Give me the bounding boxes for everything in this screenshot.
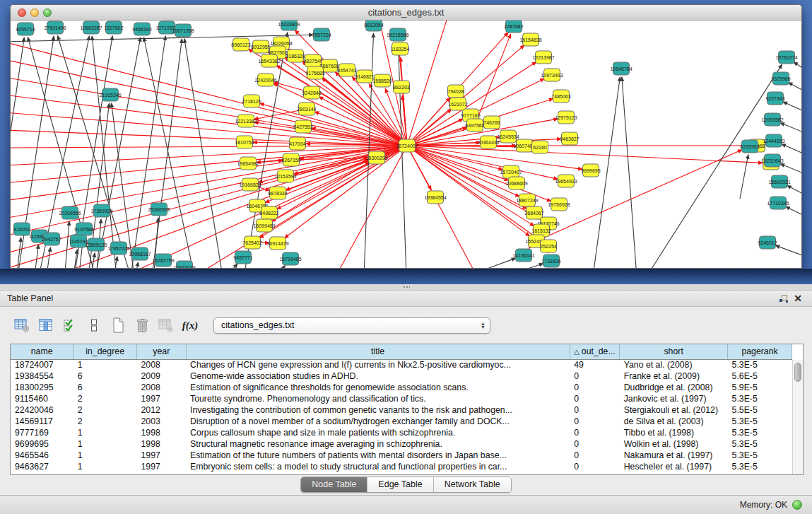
table-cell[interactable]: 5.3E-5 bbox=[728, 393, 792, 404]
graph-node[interactable]: 16914479 bbox=[266, 237, 288, 250]
graph-node[interactable]: 27691406 bbox=[44, 21, 66, 34]
graph-node[interactable]: 9175685 bbox=[305, 66, 324, 79]
table-cell[interactable]: Jankovic et al. (1997) bbox=[620, 393, 728, 404]
table-cell[interactable]: Yano et al. (2008) bbox=[620, 359, 728, 370]
table-cell[interactable]: 22420046 bbox=[11, 404, 73, 416]
table-cell[interactable]: Nakamura et al. (1997) bbox=[620, 450, 728, 461]
table-row[interactable]: 946554611997Estimation of the future num… bbox=[11, 450, 792, 461]
graph-node[interactable]: 15720407 bbox=[500, 165, 522, 178]
table-cell[interactable]: 2003 bbox=[137, 416, 186, 427]
graph-node[interactable]: 19166825 bbox=[239, 178, 261, 191]
graph-node[interactable]: 8813054 bbox=[364, 21, 383, 31]
tab-node-table[interactable]: Node Table bbox=[301, 477, 367, 492]
graph-node[interactable]: 10688609 bbox=[505, 177, 527, 189]
graph-node[interactable]: 7857224 bbox=[312, 28, 331, 41]
table-row[interactable]: 1456911722003Disruption of a novel membe… bbox=[11, 416, 792, 427]
graph-node[interactable]: 22420046 bbox=[254, 74, 276, 86]
graph-node[interactable]: 13505135 bbox=[85, 238, 107, 251]
table-cell[interactable]: 1998 bbox=[137, 438, 186, 450]
graph-node[interactable]: 10958167 bbox=[129, 247, 151, 260]
table-cell[interactable]: 2 bbox=[73, 416, 137, 427]
table-cell[interactable]: 6 bbox=[73, 370, 137, 382]
column-header-title[interactable]: title bbox=[186, 344, 570, 359]
graph-node[interactable]: 16671358 bbox=[172, 24, 194, 37]
table-row[interactable]: 969969511998Structural magnetic resonanc… bbox=[11, 438, 792, 450]
table-cell[interactable]: Estimation of the future numbers of pati… bbox=[186, 450, 570, 461]
graph-node[interactable]: 1733426 bbox=[541, 255, 560, 267]
graph-node[interactable]: 1183254 bbox=[391, 42, 410, 55]
table-row[interactable]: 911546021997Tourette syndrome. Phenomeno… bbox=[11, 393, 792, 404]
graph-node[interactable]: 12444153 bbox=[763, 134, 784, 147]
table-cell[interactable]: 5.5E-5 bbox=[728, 404, 792, 416]
import-table-button[interactable] bbox=[157, 317, 175, 334]
new-table-button[interactable] bbox=[109, 317, 127, 334]
row-height-button[interactable] bbox=[85, 317, 103, 334]
graph-node[interactable]: 16210643 bbox=[761, 154, 783, 167]
table-cell[interactable]: 0 bbox=[570, 393, 620, 404]
table-cell[interactable]: 1997 bbox=[137, 393, 186, 404]
graph-node[interactable]: 8186328 bbox=[286, 49, 305, 62]
table-cell[interactable]: 5.3E-5 bbox=[728, 438, 792, 450]
table-cell[interactable]: 1 bbox=[73, 427, 137, 438]
table-cell[interactable]: 9777169 bbox=[11, 427, 73, 438]
graph-node[interactable]: 417004 bbox=[289, 137, 305, 150]
graph-node[interactable]: 17710345 bbox=[767, 197, 789, 209]
table-cell[interactable]: 19384554 bbox=[11, 370, 73, 382]
graph-node[interactable]: 9146821 bbox=[355, 70, 374, 83]
table-cell[interactable]: Wolkin et al. (1998) bbox=[620, 438, 728, 450]
graph-node[interactable]: 17359924 bbox=[90, 204, 112, 217]
graph-node[interactable]: 16782759 bbox=[152, 254, 174, 267]
graph-node[interactable]: 8215953 bbox=[740, 140, 759, 153]
table-cell[interactable]: 1 bbox=[73, 359, 137, 370]
graph-node[interactable]: 9227343 bbox=[765, 92, 784, 105]
table-cell[interactable]: 5.6E-5 bbox=[728, 370, 792, 382]
column-header-year[interactable]: year bbox=[137, 344, 186, 359]
table-cell[interactable]: 1997 bbox=[137, 461, 186, 472]
table-cell[interactable]: 2 bbox=[73, 393, 137, 404]
table-cell[interactable]: Tibbo et al. (1998) bbox=[620, 427, 728, 438]
graph-node[interactable]: 9245012 bbox=[758, 236, 777, 249]
graph-node[interactable]: 18300295 bbox=[365, 151, 387, 164]
tab-edge-table[interactable]: Edge Table bbox=[367, 477, 433, 492]
table-cell[interactable]: 9699695 bbox=[11, 438, 73, 450]
table-cell[interactable]: 2008 bbox=[137, 359, 186, 370]
graph-node[interactable]: 10653287 bbox=[80, 21, 102, 34]
graph-node[interactable]: 18807249 bbox=[516, 194, 538, 206]
graph-node[interactable]: 19384554 bbox=[424, 191, 446, 204]
function-builder-button[interactable]: f(x) bbox=[181, 317, 199, 334]
graph-node[interactable]: 2718120 bbox=[242, 95, 261, 107]
table-cell[interactable]: 0 bbox=[570, 404, 620, 416]
table-cell[interactable]: 6 bbox=[73, 382, 137, 393]
graph-node[interactable]: 19654923 bbox=[555, 175, 577, 187]
graph-node[interactable]: 1810754 bbox=[235, 136, 254, 148]
table-cell[interactable]: 1 bbox=[73, 438, 137, 450]
table-cell[interactable]: 0 bbox=[570, 461, 620, 472]
table-cell[interactable]: 0 bbox=[570, 382, 620, 393]
graph-node[interactable]: 9055714 bbox=[16, 23, 35, 35]
column-header-in_degree[interactable]: in_degree bbox=[73, 344, 137, 359]
table-cell[interactable]: 1 bbox=[73, 461, 137, 472]
table-cell[interactable]: 9115460 bbox=[11, 393, 73, 404]
graph-node[interactable]: 12213987 bbox=[532, 51, 554, 64]
graph-node[interactable]: 8878334 bbox=[268, 187, 287, 199]
graph-node[interactable]: 2942757 bbox=[42, 233, 61, 245]
table-cell[interactable]: 0 bbox=[570, 450, 620, 461]
table-row[interactable]: 946362711997Embryonic stem cells: a mode… bbox=[11, 461, 792, 472]
graph-node[interactable]: 17957225 bbox=[107, 242, 129, 255]
table-cell[interactable]: 5.9E-5 bbox=[728, 382, 792, 393]
table-cell[interactable]: 49 bbox=[570, 359, 620, 370]
graph-node[interactable]: 2087682 bbox=[504, 21, 523, 33]
table-cell[interactable]: Hescheler et al. (1997) bbox=[620, 461, 728, 472]
window-titlebar[interactable]: citations_edges.txt bbox=[11, 5, 801, 21]
graph-node[interactable]: 8454743 bbox=[337, 64, 356, 76]
table-row[interactable]: 1872400712008Changes of HCN gene express… bbox=[11, 359, 792, 370]
table-cell[interactable]: Dudbridge et al. (2008) bbox=[620, 382, 728, 393]
table-cell[interactable]: Tourette syndrome. Phenomenology and cla… bbox=[186, 393, 570, 404]
table-cell[interactable]: 18724007 bbox=[11, 359, 73, 370]
graph-node[interactable]: 16099489 bbox=[253, 219, 275, 232]
table-selector-dropdown[interactable]: citations_edges.txt ▲▼ bbox=[213, 317, 490, 334]
graph-node[interactable]: 20206556 bbox=[59, 206, 81, 219]
table-cell[interactable]: 0 bbox=[570, 427, 620, 438]
graph-node[interactable]: 14136141 bbox=[512, 249, 534, 262]
graph-node[interactable]: 10973493 bbox=[541, 69, 563, 81]
